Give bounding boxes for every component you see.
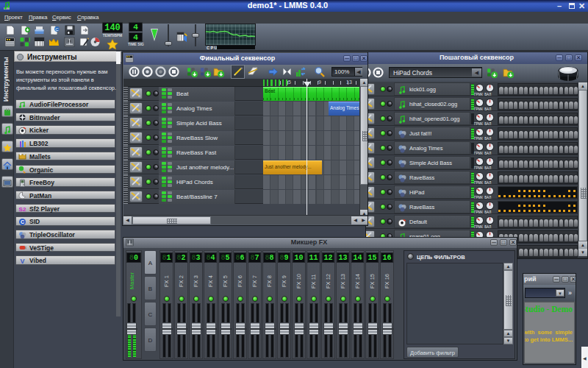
- svg-text:S2: S2: [19, 206, 26, 213]
- svg-text:C: C: [55, 27, 59, 32]
- svg-text:C: C: [21, 219, 24, 224]
- svg-text:V: V: [20, 258, 24, 265]
